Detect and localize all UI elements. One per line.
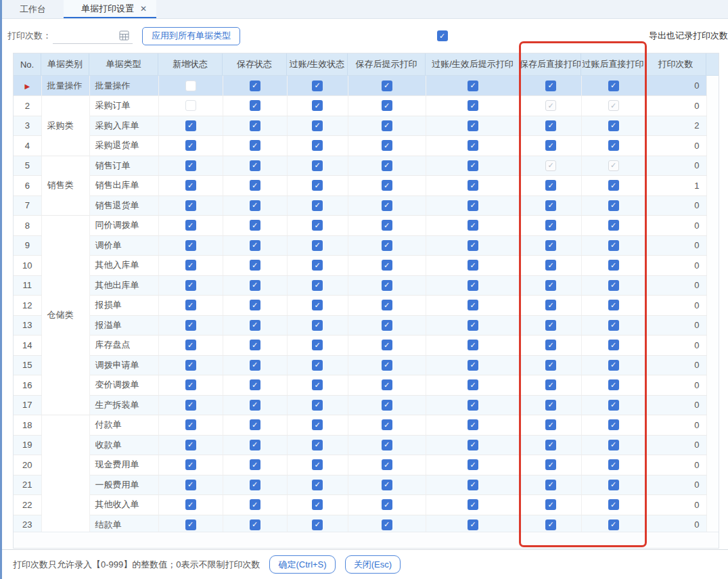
checkbox-post-direct-print[interactable]: ✓: [608, 120, 619, 131]
checkbox-post-prompt-print[interactable]: ✓: [468, 379, 478, 390]
checkbox-post-prompt-print[interactable]: ✓: [468, 140, 478, 151]
checkbox-post-prompt-print[interactable]: ✓: [468, 459, 478, 470]
table-row[interactable]: 16变价调拨单✓✓✓✓✓✓✓0: [14, 375, 706, 396]
checkbox-new-status[interactable]: ✓: [185, 220, 196, 231]
table-row[interactable]: 6销售出库单✓✓✓✓✓✓✓1: [14, 176, 706, 196]
print-count-cell[interactable]: 0: [645, 335, 706, 356]
checkbox-post-status[interactable]: ✓: [312, 200, 323, 211]
print-count-cell[interactable]: 0: [645, 355, 706, 375]
checkbox-post-status[interactable]: ✓: [312, 480, 323, 490]
checkbox-post-direct-print[interactable]: ✓: [608, 379, 619, 390]
apply-to-all-button[interactable]: 应用到所有单据类型: [142, 27, 240, 45]
checkbox-post-direct-print[interactable]: ✓: [608, 320, 619, 331]
tab-print-settings[interactable]: 单据打印设置 ✕: [64, 0, 156, 18]
checkbox-post-prompt-print[interactable]: ✓: [468, 120, 478, 131]
table-row[interactable]: 9调价单✓✓✓✓✓✓✓0: [14, 235, 706, 256]
checkbox-save-status[interactable]: ✓: [250, 419, 260, 430]
checkbox-save-prompt-print[interactable]: ✓: [382, 499, 392, 510]
checkbox-save-status[interactable]: ✓: [250, 140, 260, 151]
checkbox-post-prompt-print[interactable]: ✓: [468, 200, 478, 211]
checkbox-post-status[interactable]: ✓: [312, 440, 323, 450]
checkbox-post-direct-print[interactable]: ✓: [608, 440, 619, 450]
checkbox-new-status[interactable]: ✓: [185, 459, 196, 470]
tab-workbench[interactable]: 工作台: [2, 0, 64, 18]
checkbox-new-status[interactable]: ✓: [185, 379, 196, 390]
export-record-checkbox[interactable]: ✓: [437, 30, 448, 41]
print-count-cell[interactable]: 0: [645, 195, 706, 216]
checkbox-post-status[interactable]: ✓: [312, 300, 323, 310]
checkbox-post-status[interactable]: ✓: [312, 140, 323, 151]
print-count-cell[interactable]: 0: [645, 315, 706, 335]
checkbox-save-status[interactable]: ✓: [250, 400, 260, 411]
checkbox-save-status[interactable]: ✓: [250, 80, 260, 91]
checkbox-post-status[interactable]: ✓: [312, 499, 323, 510]
checkbox-post-direct-print[interactable]: ✓: [608, 340, 619, 350]
checkbox-post-prompt-print[interactable]: ✓: [468, 300, 478, 310]
table-row[interactable]: 11其他出库单✓✓✓✓✓✓✓0: [14, 275, 706, 296]
checkbox-post-direct-print[interactable]: ✓: [608, 519, 619, 530]
print-count-cell[interactable]: 0: [645, 455, 706, 476]
print-count-cell[interactable]: 0: [645, 136, 706, 156]
checkbox-post-direct-print[interactable]: ✓: [608, 200, 619, 211]
checkbox-post-prompt-print[interactable]: ✓: [468, 100, 478, 111]
checkbox-post-direct-print[interactable]: ✓: [608, 280, 619, 291]
table-row[interactable]: 22其他收入单✓✓✓✓✓✓✓0: [14, 495, 706, 515]
checkbox-new-status[interactable]: ✓: [185, 419, 196, 430]
checkbox-new-status[interactable]: ✓: [185, 120, 196, 131]
checkbox-post-direct-print[interactable]: ✓: [608, 220, 619, 231]
checkbox-save-status[interactable]: ✓: [250, 100, 260, 111]
checkbox-save-direct-print[interactable]: ✓: [545, 320, 556, 331]
checkbox-post-prompt-print[interactable]: ✓: [468, 220, 478, 231]
checkbox-post-status[interactable]: ✓: [312, 419, 323, 430]
checkbox-new-status[interactable]: ✓: [185, 280, 196, 291]
checkbox-new-status[interactable]: [185, 80, 196, 91]
checkbox-save-direct-print[interactable]: ✓: [545, 120, 556, 131]
checkbox-save-prompt-print[interactable]: ✓: [382, 280, 392, 291]
checkbox-save-prompt-print[interactable]: ✓: [382, 419, 392, 430]
checkbox-new-status[interactable]: ✓: [185, 340, 196, 350]
checkbox-save-status[interactable]: ✓: [250, 240, 260, 251]
table-row[interactable]: 14库存盘点✓✓✓✓✓✓✓0: [14, 335, 706, 356]
checkbox-save-status[interactable]: ✓: [250, 379, 260, 390]
checkbox-save-direct-print[interactable]: ✓: [545, 140, 556, 151]
checkbox-post-status[interactable]: ✓: [312, 360, 323, 371]
checkbox-post-prompt-print[interactable]: ✓: [468, 419, 478, 430]
checkbox-save-prompt-print[interactable]: ✓: [382, 200, 392, 211]
print-count-cell[interactable]: 0: [645, 475, 706, 495]
checkbox-post-prompt-print[interactable]: ✓: [468, 400, 478, 411]
print-count-cell[interactable]: 0: [645, 495, 706, 515]
checkbox-save-prompt-print[interactable]: ✓: [382, 519, 392, 530]
checkbox-post-direct-print[interactable]: ✓: [608, 480, 619, 490]
checkbox-post-prompt-print[interactable]: ✓: [468, 280, 478, 291]
checkbox-new-status[interactable]: ✓: [185, 440, 196, 450]
checkbox-post-status[interactable]: ✓: [312, 379, 323, 390]
print-count-cell[interactable]: 2: [645, 116, 706, 136]
checkbox-save-status[interactable]: ✓: [250, 300, 260, 310]
checkbox-post-prompt-print[interactable]: ✓: [468, 80, 478, 91]
checkbox-post-direct-print[interactable]: ✓: [608, 260, 619, 271]
checkbox-save-prompt-print[interactable]: ✓: [382, 120, 392, 131]
checkbox-save-prompt-print[interactable]: ✓: [382, 320, 392, 331]
checkbox-save-direct-print[interactable]: ✓: [545, 419, 556, 430]
checkbox-post-prompt-print[interactable]: ✓: [468, 499, 478, 510]
print-count-cell[interactable]: 0: [645, 235, 706, 256]
checkbox-save-prompt-print[interactable]: ✓: [382, 180, 392, 191]
checkbox-save-prompt-print[interactable]: ✓: [382, 459, 392, 470]
checkbox-post-prompt-print[interactable]: ✓: [468, 240, 478, 251]
checkbox-save-direct-print[interactable]: ✓: [545, 200, 556, 211]
checkbox-new-status[interactable]: ✓: [185, 499, 196, 510]
checkbox-post-direct-print[interactable]: ✓: [608, 459, 619, 470]
table-row[interactable]: 13报溢单✓✓✓✓✓✓✓0: [14, 315, 706, 335]
checkbox-post-status[interactable]: ✓: [312, 340, 323, 350]
checkbox-post-prompt-print[interactable]: ✓: [468, 320, 478, 331]
checkbox-new-status[interactable]: ✓: [185, 320, 196, 331]
checkbox-save-direct-print[interactable]: ✓: [545, 360, 556, 371]
checkbox-post-prompt-print[interactable]: ✓: [468, 440, 478, 450]
checkbox-post-direct-print[interactable]: ✓: [608, 240, 619, 251]
checkbox-post-status[interactable]: ✓: [312, 180, 323, 191]
checkbox-save-status[interactable]: ✓: [250, 340, 260, 350]
print-count-cell[interactable]: 0: [645, 216, 706, 236]
ok-button[interactable]: 确定(Ctrl+S): [269, 555, 335, 574]
checkbox-post-prompt-print[interactable]: ✓: [468, 360, 478, 371]
table-row[interactable]: 12报损单✓✓✓✓✓✓✓0: [14, 296, 706, 316]
